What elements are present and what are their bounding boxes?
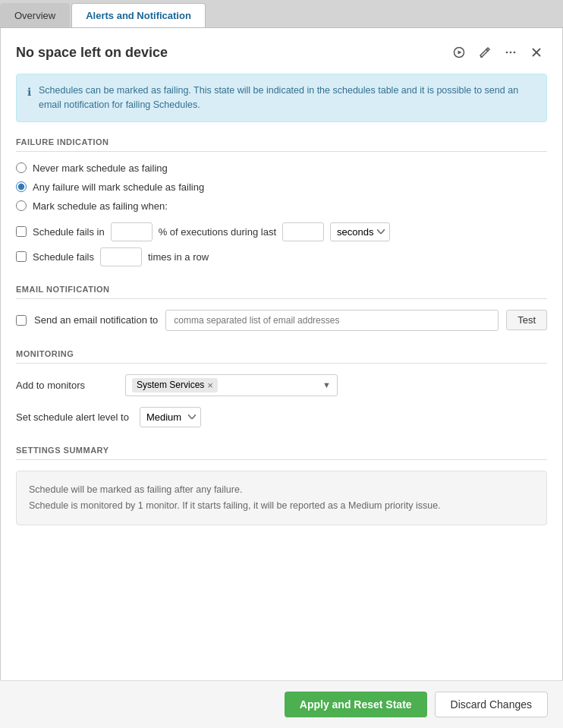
play-button[interactable] [448,43,470,61]
info-icon: ℹ [27,84,31,112]
play-icon [453,46,465,58]
summary-box: Schedule will be marked as failing after… [16,471,547,526]
summary-line-1: Schedule will be marked as failing after… [29,482,534,498]
radio-never-input[interactable] [16,162,27,173]
radio-when[interactable]: Mark schedule as failing when: [16,200,547,212]
svg-point-4 [510,52,512,54]
edit-icon [479,46,491,58]
monitoring-label: MONITORING [16,349,547,364]
email-row: Send an email notification to Test [16,310,547,331]
condition-row1-input1[interactable] [111,222,153,241]
condition-row2-prefix: Schedule fails [33,251,94,263]
failure-indication-section: FAILURE INDICATION Never mark schedule a… [16,137,547,266]
test-button[interactable]: Test [506,310,547,330]
condition-row2-checkbox[interactable] [16,251,27,262]
settings-summary-section: SETTINGS SUMMARY Schedule will be marked… [16,446,547,526]
tag-label: System Services [137,380,204,390]
condition-row-1: Schedule fails in % of executions during… [16,222,547,241]
radio-group: Never mark schedule as failing Any failu… [16,162,547,212]
radio-never[interactable]: Never mark schedule as failing [16,162,547,174]
add-to-monitors-label: Add to monitors [16,380,115,391]
system-services-tag: System Services × [132,378,218,392]
condition-row1-select[interactable]: seconds minutes hours [330,222,390,241]
settings-summary-label: SETTINGS SUMMARY [16,446,547,460]
more-button[interactable] [500,43,521,61]
main-content: No space left on device [0,28,563,728]
svg-point-3 [506,52,508,54]
condition-row2-suffix: times in a row [148,251,209,263]
tabs-bar: Overview Alerts and Notification [0,0,563,28]
page-title: No space left on device [16,45,168,61]
monitor-alert-row: Set schedule alert level to Low Medium H… [16,407,547,427]
monitor-dropdown-arrow[interactable]: ▼ [322,380,331,389]
footer: Apply and Reset State Discard Changes [0,680,563,728]
condition-row-2: Schedule fails times in a row [16,247,547,266]
radio-any-input[interactable] [16,181,27,192]
condition-row2-input[interactable] [100,247,142,266]
close-button[interactable] [526,43,547,61]
summary-line-2: Schedule is monitored by 1 monitor. If i… [29,498,534,514]
condition-row1-middle: % of executions during last [159,226,276,238]
alert-level-label: Set schedule alert level to [16,411,129,423]
edit-button[interactable] [474,43,495,61]
info-box: ℹ Schedules can be marked as failing. Th… [16,74,547,122]
radio-when-input[interactable] [16,200,27,211]
ellipsis-icon [505,46,517,58]
monitoring-section: MONITORING Add to monitors System Servic… [16,349,547,427]
radio-when-label: Mark schedule as failing when: [33,200,168,212]
condition-row1-input2[interactable] [282,222,324,241]
failure-indication-label: FAILURE INDICATION [16,137,547,152]
page-header: No space left on device [16,43,547,61]
monitor-tag-input[interactable]: System Services × ▼ [125,374,338,396]
radio-any[interactable]: Any failure will mark schedule as failin… [16,181,547,193]
condition-row1-prefix: Schedule fails in [33,226,105,238]
svg-marker-1 [458,51,462,55]
email-input[interactable] [165,310,499,331]
alert-level-select[interactable]: Low Medium High [140,407,201,427]
tab-alerts[interactable]: Alerts and Notification [71,3,206,27]
apply-button[interactable]: Apply and Reset State [285,692,427,717]
monitor-add-row: Add to monitors System Services × ▼ [16,374,547,396]
radio-never-label: Never mark schedule as failing [33,162,168,174]
discard-button[interactable]: Discard Changes [435,692,548,717]
header-actions [448,43,547,61]
tab-overview[interactable]: Overview [0,3,70,27]
email-label: Send an email notification to [34,314,158,326]
condition-row1-checkbox[interactable] [16,226,27,237]
conditional-rows: Schedule fails in % of executions during… [16,222,547,266]
email-notification-label: EMAIL NOTIFICATION [16,285,547,299]
svg-point-5 [514,52,516,54]
tag-remove-button[interactable]: × [207,380,213,391]
email-checkbox[interactable] [16,315,27,326]
email-notification-section: EMAIL NOTIFICATION Send an email notific… [16,285,547,331]
radio-any-label: Any failure will mark schedule as failin… [33,181,204,193]
close-icon [530,46,543,58]
info-text: Schedules can be marked as failing. This… [39,84,536,112]
